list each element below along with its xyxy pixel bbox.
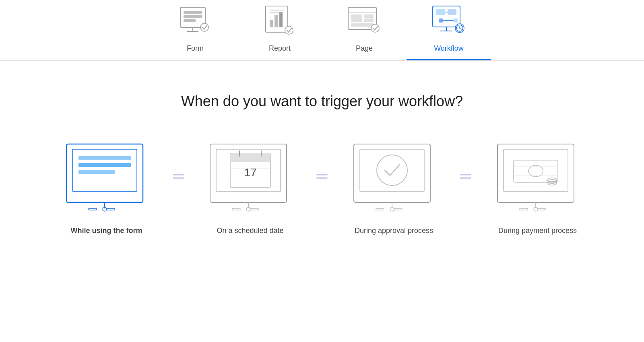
trigger-approval-label: During approval process bbox=[355, 227, 433, 235]
divider-line bbox=[173, 177, 184, 179]
svg-rect-28 bbox=[454, 19, 458, 23]
trigger-options-container: While using the form bbox=[40, 138, 604, 235]
divider-2 bbox=[316, 138, 328, 195]
svg-rect-52 bbox=[232, 208, 240, 210]
trigger-option-payment[interactable]: During payment process bbox=[471, 138, 604, 235]
svg-point-57 bbox=[377, 155, 407, 185]
svg-rect-2 bbox=[184, 15, 202, 18]
svg-rect-54 bbox=[250, 208, 258, 210]
tab-form[interactable]: Form bbox=[153, 4, 237, 60]
divider-line bbox=[316, 174, 328, 175]
svg-rect-59 bbox=[376, 208, 384, 210]
svg-rect-8 bbox=[270, 20, 273, 27]
svg-rect-74 bbox=[538, 208, 546, 210]
tab-page-label: Page bbox=[356, 44, 373, 53]
svg-rect-63 bbox=[504, 149, 568, 192]
svg-rect-42 bbox=[107, 208, 115, 210]
svg-rect-25 bbox=[448, 9, 456, 15]
tab-workflow-label: Workflow bbox=[434, 44, 464, 53]
report-tab-icon bbox=[262, 4, 298, 40]
svg-rect-40 bbox=[89, 208, 97, 210]
divider-line bbox=[460, 174, 471, 175]
tab-report-label: Report bbox=[269, 44, 291, 53]
trigger-scheduled-label: On a scheduled date bbox=[217, 227, 283, 235]
trigger-option-form[interactable]: While using the form bbox=[40, 138, 173, 235]
trigger-approval-icon bbox=[346, 138, 442, 218]
tab-page[interactable]: Page bbox=[322, 4, 407, 60]
divider-lines-2 bbox=[316, 174, 328, 179]
divider-line bbox=[173, 174, 184, 175]
tab-workflow[interactable]: Workflow bbox=[407, 4, 491, 60]
svg-rect-36 bbox=[78, 156, 131, 160]
trigger-form-icon bbox=[58, 138, 155, 218]
svg-point-20 bbox=[371, 24, 379, 32]
svg-rect-61 bbox=[394, 208, 402, 210]
divider-line bbox=[316, 177, 328, 179]
svg-rect-3 bbox=[184, 19, 196, 22]
svg-rect-9 bbox=[275, 15, 278, 27]
main-content: When do you want to trigger your workflo… bbox=[0, 61, 644, 259]
trigger-option-scheduled[interactable]: 17 On a scheduled date bbox=[184, 138, 316, 235]
divider-line bbox=[460, 177, 471, 179]
tab-form-label: Form bbox=[187, 44, 204, 53]
svg-rect-18 bbox=[364, 19, 374, 22]
page-tab-icon bbox=[346, 4, 382, 40]
divider-lines-3 bbox=[460, 174, 471, 179]
form-tab-icon bbox=[177, 4, 213, 40]
svg-rect-16 bbox=[351, 14, 362, 22]
top-navigation: Form Report bbox=[0, 0, 644, 61]
trigger-payment-label: During payment process bbox=[498, 227, 577, 235]
svg-rect-1 bbox=[184, 11, 202, 14]
svg-rect-27 bbox=[439, 19, 443, 23]
svg-rect-10 bbox=[279, 12, 283, 27]
svg-point-65 bbox=[528, 165, 543, 177]
svg-point-13 bbox=[285, 26, 293, 34]
svg-point-6 bbox=[200, 23, 208, 31]
workflow-tab-icon bbox=[431, 4, 467, 40]
page-title: When do you want to trigger your workflo… bbox=[181, 93, 463, 110]
svg-rect-19 bbox=[351, 23, 374, 27]
svg-rect-46 bbox=[230, 153, 270, 162]
trigger-scheduled-icon: 17 bbox=[202, 138, 299, 218]
svg-rect-17 bbox=[364, 14, 374, 18]
tab-report[interactable]: Report bbox=[237, 4, 322, 60]
svg-rect-64 bbox=[514, 160, 558, 182]
divider-lines-1 bbox=[173, 174, 184, 179]
svg-rect-37 bbox=[78, 163, 131, 167]
svg-rect-24 bbox=[436, 9, 445, 15]
svg-rect-38 bbox=[78, 170, 115, 174]
divider-3 bbox=[460, 138, 471, 195]
trigger-form-label: While using the form bbox=[71, 227, 142, 235]
svg-rect-62 bbox=[497, 144, 574, 202]
svg-rect-72 bbox=[520, 208, 528, 210]
trigger-option-approval[interactable]: During approval process bbox=[328, 138, 460, 235]
divider-1 bbox=[173, 138, 184, 195]
trigger-payment-icon bbox=[489, 138, 586, 218]
